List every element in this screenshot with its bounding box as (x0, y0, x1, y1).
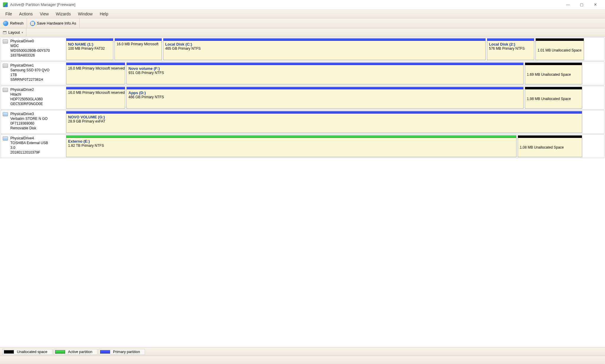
partition[interactable]: Novo volume (F:)931 GB Primary NTFS (126, 62, 524, 84)
drive-name: PhysicalDrive1 (10, 63, 49, 68)
partition-bar (115, 38, 162, 41)
drive-text: PhysicalDrive2HitachiHDP725050GLA360GEC5… (10, 87, 43, 108)
partition-detail: 466 GB Primary NTFS (128, 95, 164, 99)
drive-name: PhysicalDrive4 (10, 136, 48, 141)
partition-detail: 1.82 TB Primary NTFS (68, 144, 104, 148)
drive-detail: HDP725050GLA360 (10, 97, 43, 102)
disk-icon (3, 39, 8, 44)
partition-bar (518, 136, 582, 138)
partitions-strip: Externo (E:)1.82 TB Primary NTFS1.08 MB … (66, 135, 604, 158)
unallocated-space[interactable]: 1.98 MB Unallocated Space (525, 87, 582, 109)
unallocated-space[interactable]: 1.01 MB Unallocated Space (535, 38, 584, 60)
drive-info: PhysicalDrive3Verbatim STORE N GO0F71193… (1, 110, 66, 133)
drive-info: PhysicalDrive2HitachiHDP725050GLA360GEC5… (1, 86, 66, 109)
partition-detail: 1.01 MB Unallocated Space (538, 48, 582, 52)
partitions-strip: NO NAME (1:)100 MB Primary FAT3216.0 MB … (66, 38, 604, 61)
partition-label: 1.08 MB Unallocated Space (518, 138, 582, 157)
partition-bar (525, 87, 582, 89)
minimize-button[interactable]: — (561, 0, 575, 9)
disk-icon (3, 88, 8, 92)
save-hardware-info-button[interactable]: Save Hardware Info As (27, 18, 80, 28)
legend-unallocated: Unallocated space (2, 349, 52, 355)
drive-row[interactable]: PhysicalDrive2HitachiHDP725050GLA360GEC5… (1, 86, 604, 109)
drive-text: PhysicalDrive4TOSHIBA External USB3.0201… (10, 136, 48, 157)
partition[interactable]: 16.0 MB Primary Microsoft reserved (66, 87, 125, 109)
menu-help[interactable]: Help (96, 10, 112, 17)
drive-row[interactable]: PhysicalDrive3Verbatim STORE N GO0F71193… (1, 110, 604, 134)
partition-bar (536, 38, 584, 41)
chevron-down-icon: ▾ (22, 31, 23, 34)
disk-icon (3, 136, 8, 141)
statusbar (0, 356, 605, 364)
unallocated-space[interactable]: 1.08 MB Unallocated Space (518, 135, 582, 157)
drive-detail: Removable Disk (10, 126, 48, 131)
titlebar: Active@ Partition Manager [Freeware] — ▢… (0, 0, 605, 9)
menu-actions[interactable]: Actions (16, 10, 36, 17)
drive-detail: WDC (10, 44, 50, 48)
partition-bar (66, 63, 125, 65)
partition[interactable]: Apps (D:)466 GB Primary NTFS (126, 87, 524, 109)
partition-detail: 16.0 MB Primary Microsoft (117, 42, 158, 46)
close-button[interactable]: ✕ (588, 0, 602, 9)
drive-detail: 3.0 (10, 145, 48, 150)
menu-file[interactable]: File (2, 10, 16, 17)
refresh-label: Refresh (10, 21, 24, 25)
layout-icon (3, 31, 7, 34)
legend-swatch-primary (100, 350, 110, 354)
legend-active-label: Active partition (68, 350, 92, 354)
partition[interactable]: Local Disk (2:)576 MB Primary NTFS (487, 38, 534, 60)
partition-detail: 1.08 MB Unallocated Space (520, 145, 564, 149)
partition[interactable]: NO NAME (1:)100 MB Primary FAT32 (66, 38, 113, 60)
partition-label: NO NAME (1:)100 MB Primary FAT32 (66, 41, 113, 52)
partition-name: Apps (D:) (128, 91, 522, 95)
drive-detail: WDS500G2B0B-00YS70 (10, 48, 50, 53)
legend-swatch-unalloc (4, 350, 14, 354)
partitions-strip: 16.0 MB Primary Microsoft reservedNovo v… (66, 62, 604, 85)
maximize-button[interactable]: ▢ (575, 0, 588, 9)
partition[interactable]: Local Disk (C:)465 GB Primary NTFS (163, 38, 486, 60)
partition-bar (163, 38, 485, 41)
partition-label: 1.69 MB Unallocated Space (525, 65, 582, 84)
drive-name: PhysicalDrive3 (10, 112, 48, 116)
drive-detail: 1TB (10, 73, 49, 77)
window-title: Active@ Partition Manager [Freeware] (10, 2, 561, 7)
partition-label: Apps (D:)466 GB Primary NTFS (127, 89, 523, 100)
legend-primary-label: Primary partition (113, 350, 140, 354)
legend-primary: Primary partition (99, 349, 145, 355)
drive-row[interactable]: PhysicalDrive1Samsung SSD 870 QVO1TBS5RR… (1, 62, 604, 85)
layout-label: Layout (8, 30, 20, 35)
partition-name: NOVO VOLUME (G:) (68, 115, 580, 119)
partition-bar (127, 63, 523, 65)
refresh-icon (3, 21, 8, 26)
partition[interactable]: NOVO VOLUME (G:)28.9 GB Primary exFAT (66, 111, 582, 133)
drive-text: PhysicalDrive1Samsung SSD 870 QVO1TBS5RR… (10, 63, 49, 84)
drive-row[interactable]: PhysicalDrive4TOSHIBA External USB3.0201… (1, 134, 604, 158)
menu-window[interactable]: Window (74, 10, 96, 17)
drive-detail: Samsung SSD 870 QVO (10, 68, 49, 73)
partition-label: 1.01 MB Unallocated Space (536, 41, 584, 60)
drive-text: PhysicalDrive3Verbatim STORE N GO0F71193… (10, 112, 48, 132)
partition-name: Externo (E:) (68, 139, 514, 144)
partition[interactable]: Externo (E:)1.82 TB Primary NTFS (66, 135, 516, 157)
drive-detail: Verbatim STORE N GO (10, 116, 48, 121)
legend-unalloc-label: Unallocated space (17, 350, 47, 354)
partition[interactable]: 16.0 MB Primary Microsoft reserved (66, 62, 125, 84)
partition-name: Novo volume (F:) (128, 66, 522, 71)
partition-detail: 1.98 MB Unallocated Space (527, 97, 571, 101)
drive-info: PhysicalDrive4TOSHIBA External USB3.0201… (1, 135, 66, 158)
partition[interactable]: 16.0 MB Primary Microsoft (115, 38, 162, 60)
menu-view[interactable]: View (36, 10, 52, 17)
unallocated-space[interactable]: 1.69 MB Unallocated Space (525, 62, 582, 84)
layout-button[interactable]: Layout ▾ (0, 28, 26, 36)
partition-detail: 576 MB Primary NTFS (489, 46, 525, 51)
drive-detail: 20180112010379F (10, 150, 48, 155)
menu-wizards[interactable]: Wizards (52, 10, 75, 17)
menubar: File Actions View Wizards Window Help (0, 9, 605, 18)
drive-name: PhysicalDrive0 (10, 39, 50, 44)
disk-icon (3, 112, 8, 116)
refresh-button[interactable]: Refresh (0, 18, 27, 28)
partition-name: Local Disk (C:) (165, 42, 484, 46)
drive-row[interactable]: PhysicalDrive0WDCWDS500G2B0B-00YS701837B… (1, 37, 604, 61)
legend-swatch-active (55, 350, 65, 354)
drive-detail: S5RRNF0T227381H (10, 77, 49, 82)
